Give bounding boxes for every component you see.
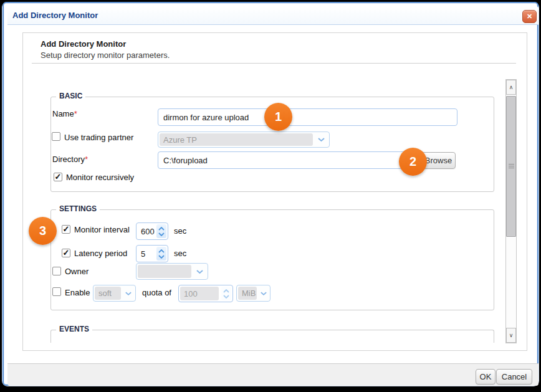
fieldset-events: EVENTS: [50, 330, 494, 343]
use-trading-partner-checkbox[interactable]: [52, 132, 60, 141]
owner-select[interactable]: [136, 263, 208, 280]
spinner-buttons[interactable]: [221, 287, 231, 300]
fieldset-basic-legend: BASIC: [56, 92, 85, 100]
close-icon[interactable]: ✕: [522, 10, 537, 23]
name-input[interactable]: [158, 108, 457, 126]
scroll-up-icon: ∧: [509, 84, 514, 90]
step-badge-3: 3: [29, 217, 57, 245]
chevron-up-icon: [158, 227, 165, 231]
required-asterisk: *: [74, 109, 77, 118]
monitor-interval-unit: sec: [174, 226, 186, 236]
chevron-down-icon: [191, 264, 208, 279]
dialog-footer: [7, 363, 539, 386]
scroll-down-icon: ∨: [509, 332, 514, 338]
quota-amount-value: 100: [180, 287, 219, 300]
monitor-recursively-label: Monitor recursively: [66, 173, 134, 182]
owner-select-value: [138, 265, 191, 278]
owner-checkbox[interactable]: [52, 267, 61, 275]
use-trading-partner-label: Use trading partner: [64, 133, 133, 142]
chevron-down-icon: [313, 132, 329, 147]
trading-partner-select-value: Azure TP: [160, 133, 313, 146]
page-title: Add Directory Monitor: [41, 39, 126, 49]
step-badge-1: 1: [264, 103, 292, 131]
latency-period-unit: sec: [174, 249, 186, 258]
required-asterisk: *: [85, 155, 88, 164]
monitor-interval-spinner[interactable]: 600: [136, 222, 168, 240]
scrollbar-grip-icon: [509, 164, 514, 169]
monitor-interval-value[interactable]: 600: [136, 223, 155, 239]
quota-type-value: soft: [95, 287, 121, 300]
scroll-up-button[interactable]: ∧: [506, 80, 516, 95]
cancel-button[interactable]: Cancel: [496, 369, 532, 385]
chevron-down-icon: [158, 232, 165, 236]
add-directory-monitor-dialog: Add Directory Monitor ✕ Add Directory Mo…: [2, 2, 539, 386]
fieldset-settings-legend: SETTINGS: [56, 204, 100, 213]
quota-amount-spinner[interactable]: 100: [178, 285, 233, 302]
chevron-down-icon: [158, 255, 165, 259]
quota-of-label: quota of: [142, 288, 171, 297]
directory-label: Directory*: [52, 155, 88, 164]
enable-quota-label: Enable: [65, 288, 90, 297]
owner-label: Owner: [65, 267, 89, 276]
header-divider: [32, 63, 516, 64]
monitor-interval-label: Monitor interval: [74, 225, 130, 234]
quota-unit-value: MiB: [238, 287, 257, 300]
chevron-down-icon: [223, 295, 229, 299]
scroll-down-button[interactable]: ∨: [506, 328, 516, 343]
latency-period-checkbox[interactable]: ✓: [62, 249, 70, 257]
name-label: Name*: [52, 109, 77, 118]
quota-type-select[interactable]: soft: [93, 285, 136, 302]
vertical-scrollbar[interactable]: ∧ ∨: [505, 79, 517, 343]
scrollbar-thumb[interactable]: [506, 96, 516, 237]
chevron-down-icon: [257, 285, 270, 301]
latency-period-value[interactable]: 5: [136, 246, 145, 262]
step-badge-2: 2: [399, 148, 427, 176]
latency-period-spinner[interactable]: 5: [136, 245, 168, 262]
monitor-recursively-checkbox[interactable]: ✓: [54, 173, 62, 181]
chevron-up-icon: [158, 249, 165, 253]
latency-period-label: Latency period: [74, 249, 127, 258]
dialog-title: Add Directory Monitor: [12, 6, 98, 24]
chevron-down-icon: [121, 285, 135, 301]
quota-unit-select[interactable]: MiB: [236, 285, 270, 302]
trading-partner-select[interactable]: Azure TP: [158, 131, 330, 148]
spinner-buttons[interactable]: [156, 224, 166, 238]
directory-input[interactable]: [158, 151, 414, 169]
page-subtitle: Setup directory monitor parameters.: [41, 50, 170, 60]
screenshot-frame: Add Directory Monitor ✕ Add Directory Mo…: [0, 0, 541, 392]
ok-button[interactable]: OK: [476, 369, 496, 385]
dialog-titlebar[interactable]: Add Directory Monitor: [7, 6, 539, 25]
chevron-up-icon: [223, 289, 229, 293]
fieldset-events-legend: EVENTS: [56, 325, 92, 333]
monitor-interval-checkbox[interactable]: ✓: [62, 225, 70, 234]
enable-quota-checkbox[interactable]: [52, 287, 61, 296]
spinner-buttons[interactable]: [156, 247, 166, 261]
